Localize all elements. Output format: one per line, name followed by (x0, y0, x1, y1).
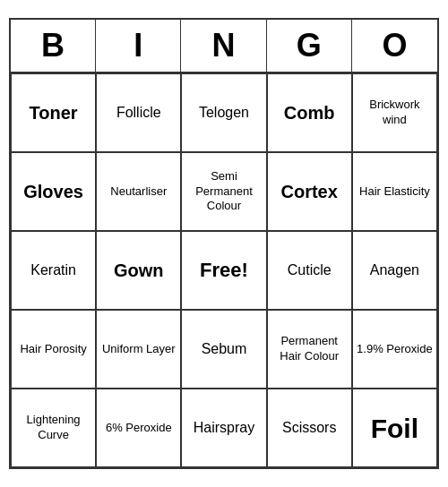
header-letter-g: G (267, 20, 352, 72)
bingo-cell-12: Free! (181, 231, 266, 310)
header-letter-n: N (181, 20, 266, 72)
bingo-header: BINGO (11, 20, 437, 73)
bingo-cell-7: Semi Permanent Colour (181, 152, 266, 231)
bingo-cell-20: Lightening Curve (11, 389, 96, 467)
bingo-cell-14: Anagen (352, 231, 437, 310)
bingo-cell-18: Permanent Hair Colour (267, 310, 352, 389)
bingo-cell-8: Cortex (267, 152, 352, 231)
bingo-cell-11: Gown (96, 231, 181, 310)
header-letter-o: O (352, 20, 437, 72)
bingo-cell-0: Toner (11, 73, 96, 152)
bingo-cell-2: Telogen (181, 73, 266, 152)
header-letter-b: B (11, 20, 96, 72)
bingo-cell-22: Hairspray (181, 389, 266, 467)
bingo-cell-3: Comb (267, 73, 352, 152)
bingo-grid: TonerFollicleTelogenCombBrickwork windGl… (11, 73, 437, 467)
bingo-cell-19: 1.9% Peroxide (352, 310, 437, 389)
bingo-cell-4: Brickwork wind (352, 73, 437, 152)
bingo-cell-10: Keratin (11, 231, 96, 310)
header-letter-i: I (96, 20, 181, 72)
bingo-cell-16: Uniform Layer (96, 310, 181, 389)
bingo-cell-21: 6% Peroxide (96, 389, 181, 467)
bingo-cell-15: Hair Porosity (11, 310, 96, 389)
bingo-cell-1: Follicle (96, 73, 181, 152)
bingo-cell-9: Hair Elasticity (352, 152, 437, 231)
bingo-card: BINGO TonerFollicleTelogenCombBrickwork … (9, 18, 439, 469)
bingo-cell-23: Scissors (267, 389, 352, 467)
bingo-cell-17: Sebum (181, 310, 266, 389)
bingo-cell-24: Foil (352, 389, 437, 467)
bingo-cell-13: Cuticle (267, 231, 352, 310)
bingo-cell-5: Gloves (11, 152, 96, 231)
bingo-cell-6: Neutarliser (96, 152, 181, 231)
